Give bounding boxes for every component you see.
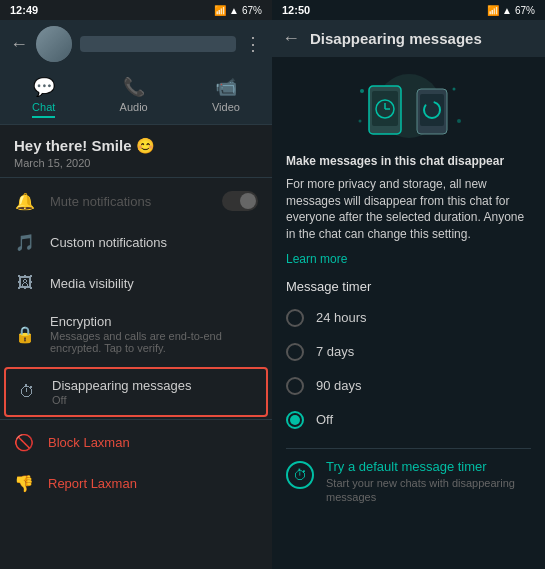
media-icon: 🖼 — [14, 274, 36, 292]
right-header-title: Disappearing messages — [310, 30, 482, 47]
chat-icon: 💬 — [33, 76, 55, 98]
video-icon: 📹 — [215, 76, 237, 98]
disappearing-sublabel: Off — [52, 394, 256, 406]
radio-label-24h: 24 hours — [316, 310, 367, 325]
right-content: Make messages in this chat disappear For… — [272, 57, 545, 569]
block-icon: 🚫 — [14, 433, 34, 452]
radio-90d[interactable]: 90 days — [286, 370, 531, 402]
tab-video-label: Video — [212, 101, 240, 113]
radio-circle-90d — [286, 377, 304, 395]
learn-more-link[interactable]: Learn more — [286, 252, 347, 266]
settings-encryption[interactable]: 🔒 Encryption Messages and calls are end-… — [0, 303, 272, 365]
right-signal-icon: 📶 — [487, 5, 499, 16]
timer-icon: ⏱ — [286, 461, 314, 489]
left-time: 12:49 — [10, 4, 38, 16]
illustration — [286, 71, 531, 141]
left-header: ← ⋮ — [0, 20, 272, 68]
media-text: Media visibility — [50, 276, 258, 291]
svg-point-11 — [452, 88, 455, 91]
tab-audio[interactable]: 📞 Audio — [120, 76, 148, 118]
right-battery: 67% — [515, 5, 535, 16]
encryption-text: Encryption Messages and calls are end-to… — [50, 314, 258, 354]
right-description-body: For more privacy and storage, all new me… — [286, 176, 531, 243]
block-action[interactable]: 🚫 Block Laxman — [0, 422, 272, 463]
tab-video[interactable]: 📹 Video — [212, 76, 240, 118]
disappearing-label: Disappearing messages — [52, 378, 256, 393]
encryption-sublabel: Messages and calls are end-to-end encryp… — [50, 330, 258, 354]
settings-custom[interactable]: 🎵 Custom notifications — [0, 222, 272, 263]
radio-circle-24h — [286, 309, 304, 327]
toggle-knob — [240, 193, 256, 209]
settings-media[interactable]: 🖼 Media visibility — [0, 263, 272, 303]
svg-point-12 — [358, 120, 361, 123]
right-back-icon[interactable]: ← — [282, 28, 300, 49]
right-panel: 12:50 📶 ▲ 67% ← Disappearing messages — [272, 0, 545, 569]
disappearing-text: Disappearing messages Off — [52, 378, 256, 406]
lock-icon: 🔒 — [14, 325, 36, 344]
right-time: 12:50 — [282, 4, 310, 16]
user-date: March 15, 2020 — [14, 157, 258, 169]
settings-list: 🔔 Mute notifications 🎵 Custom notificati… — [0, 180, 272, 569]
tab-chat-label: Chat — [32, 101, 55, 113]
report-label: Report Laxman — [48, 476, 137, 491]
right-header: ← Disappearing messages — [272, 20, 545, 57]
media-label: Media visibility — [50, 276, 258, 291]
mute-toggle[interactable] — [222, 191, 258, 211]
contact-name-bar — [80, 36, 236, 52]
encryption-label: Encryption — [50, 314, 258, 329]
settings-mute[interactable]: 🔔 Mute notifications — [0, 180, 272, 222]
avatar[interactable] — [36, 26, 72, 62]
right-description: Make messages in this chat disappear — [286, 153, 531, 170]
mute-text: Mute notifications — [50, 194, 208, 209]
divider — [0, 177, 272, 178]
left-panel: 12:49 📶 ▲ 67% ← ⋮ 💬 Chat 📞 Audio 📹 Video — [0, 0, 272, 569]
svg-point-9 — [360, 89, 364, 93]
custom-icon: 🎵 — [14, 233, 36, 252]
left-status-right: 📶 ▲ 67% — [214, 5, 262, 16]
user-info: Hey there! Smile 😊 March 15, 2020 — [0, 125, 272, 175]
default-timer[interactable]: ⏱ Try a default message timer Start your… — [286, 448, 531, 505]
timer-clock-icon: ⏱ — [293, 467, 307, 483]
report-action[interactable]: 👎 Report Laxman — [0, 463, 272, 504]
radio-label-90d: 90 days — [316, 378, 362, 393]
radio-circle-off — [286, 411, 304, 429]
radio-dot-off — [290, 415, 300, 425]
tab-audio-label: Audio — [120, 101, 148, 113]
left-back-icon[interactable]: ← — [10, 34, 28, 55]
more-icon[interactable]: ⋮ — [244, 33, 262, 55]
divider2 — [0, 419, 272, 420]
tab-chat[interactable]: 💬 Chat — [32, 76, 55, 118]
disappearing-illustration — [354, 71, 464, 141]
sim-icon: 📶 — [214, 5, 226, 16]
custom-text: Custom notifications — [50, 235, 258, 250]
radio-circle-7d — [286, 343, 304, 361]
battery-text: 67% — [242, 5, 262, 16]
radio-group: 24 hours 7 days 90 days Off — [286, 302, 531, 436]
timer-title: Try a default message timer — [326, 459, 531, 474]
radio-24h[interactable]: 24 hours — [286, 302, 531, 334]
audio-icon: 📞 — [123, 76, 145, 98]
mute-label: Mute notifications — [50, 194, 208, 209]
user-status: Hey there! Smile 😊 — [14, 137, 258, 155]
report-icon: 👎 — [14, 474, 34, 493]
section-title: Message timer — [286, 279, 531, 294]
disappearing-icon: ⏱ — [16, 383, 38, 401]
right-wifi-icon: ▲ — [502, 5, 512, 16]
radio-label-7d: 7 days — [316, 344, 354, 359]
timer-text: Try a default message timer Start your n… — [326, 459, 531, 505]
radio-off[interactable]: Off — [286, 404, 531, 436]
mute-icon: 🔔 — [14, 192, 36, 211]
svg-point-10 — [457, 119, 461, 123]
settings-disappearing[interactable]: ⏱ Disappearing messages Off — [4, 367, 268, 417]
radio-label-off: Off — [316, 412, 333, 427]
custom-label: Custom notifications — [50, 235, 258, 250]
timer-subtitle: Start your new chats with disappearing m… — [326, 476, 531, 505]
right-status-bar: 12:50 📶 ▲ 67% — [272, 0, 545, 20]
wifi-icon: ▲ — [229, 5, 239, 16]
description-heading: Make messages in this chat disappear — [286, 154, 504, 168]
block-label: Block Laxman — [48, 435, 130, 450]
radio-7d[interactable]: 7 days — [286, 336, 531, 368]
left-status-bar: 12:49 📶 ▲ 67% — [0, 0, 272, 20]
tabs-bar: 💬 Chat 📞 Audio 📹 Video — [0, 68, 272, 125]
